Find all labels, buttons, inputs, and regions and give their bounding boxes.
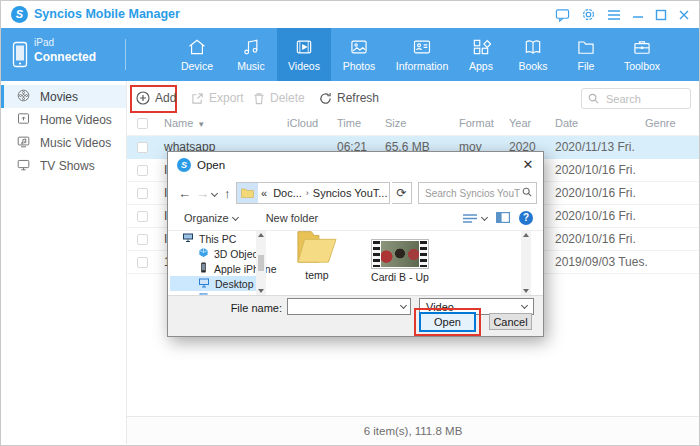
preview-pane-icon[interactable] [496,212,510,225]
sidebar-item-home-videos[interactable]: Home Videos [1,108,126,131]
open-button[interactable]: Open [420,313,475,331]
row-checkbox[interactable] [137,188,148,199]
tree-item-this-pc[interactable]: This PC [170,231,256,246]
pc-icon [182,232,194,245]
row-checkbox[interactable] [137,211,148,222]
cell-date: 2020/10/16 Fri. [549,163,639,177]
tab-label: Device [181,60,213,72]
phone-icon [198,262,209,275]
row-checkbox[interactable] [137,257,148,268]
cube-icon [198,247,209,260]
tab-device[interactable]: Device [169,28,225,81]
row-checkbox[interactable] [137,165,148,176]
tab-music[interactable]: Music [225,28,277,81]
column-date[interactable]: Date [549,117,639,129]
file-item-video[interactable]: Cardi B - Up [355,239,445,283]
file-name-combo [287,298,411,315]
refresh-button[interactable]: Refresh [319,91,379,105]
app-window: S Syncios Mobile Manager iPad Connected … [0,0,700,446]
forward-arrow-icon[interactable]: → [196,182,209,204]
sidebar-item-tv-shows[interactable]: TV Shows [1,154,126,177]
delete-button[interactable]: Delete [253,91,305,105]
history-chevron-icon[interactable] [212,182,217,204]
tab-information[interactable]: Information [387,28,457,81]
file-label: Cardi B - Up [371,271,429,283]
file-type-dropdown-icon [521,302,528,309]
dialog-body: This PC3D ObjectsApple iPhoneDesktopDocu… [168,231,543,295]
organize-button[interactable]: Organize [184,212,238,224]
minimize-icon[interactable] [632,9,644,21]
close-icon[interactable] [678,9,690,21]
tab-label: Books [518,60,547,72]
tab-photos[interactable]: Photos [331,28,387,81]
tree-item-apple-iphone[interactable]: Apple iPhone [170,261,256,276]
help-icon[interactable]: ? [519,211,533,225]
column-genre[interactable]: Genre [639,117,699,129]
status-bar: 6 item(s), 111.8 MB [127,416,699,444]
music-videos-icon [16,134,31,152]
file-name-input[interactable] [292,300,401,314]
tree-item-desktop[interactable]: Desktop [170,276,256,291]
scroll-up-icon[interactable] [258,233,264,237]
scroll-down-icon[interactable] [258,289,264,293]
tab-apps[interactable]: Apps [457,28,505,81]
tree-scrollbar[interactable] [256,231,266,295]
file-item-folder[interactable]: temp [282,231,352,281]
view-dropdown-icon [481,213,488,220]
row-checkbox[interactable] [137,234,148,245]
up-arrow-icon[interactable]: ↑ [224,182,231,204]
tab-videos[interactable]: Videos [277,28,331,81]
column-size[interactable]: Size [379,117,453,129]
column-name[interactable]: Name▼ [158,117,281,129]
tab-books[interactable]: Books [505,28,561,81]
breadcrumb-overflow[interactable]: « [258,187,270,199]
device-name: iPad [34,37,54,48]
file-list: tempCardi B - Up [270,231,519,295]
cell-date: 2019/09/03 Tues. [549,255,639,269]
search-icon [588,90,599,108]
file-icon [576,37,596,57]
tree-item-3d-objects[interactable]: 3D Objects [170,246,256,261]
export-button[interactable]: Export [191,91,244,105]
photos-icon [349,37,369,57]
tab-file[interactable]: File [561,28,611,81]
dialog-search-input[interactable] [423,187,522,200]
column-year[interactable]: Year [503,117,549,129]
column-icloud[interactable]: iCloud [281,117,331,129]
address-folder-icon [237,183,258,203]
column-time[interactable]: Time [331,117,379,129]
tab-toolbox[interactable]: Toolbox [611,28,673,81]
select-all-checkbox[interactable] [137,118,148,129]
scroll-down-icon[interactable] [523,289,529,293]
address-bar[interactable]: « Doc... › Syncios YouT... [236,182,390,204]
cell-date: 2020/10/16 Fri. [549,232,639,246]
back-arrow-icon[interactable]: ← [178,182,191,204]
sidebar-item-music-videos[interactable]: Music Videos [1,131,126,154]
scrollbar-thumb[interactable] [258,255,264,271]
tree-item-label: Desktop [215,278,254,290]
menu-icon[interactable] [607,9,621,21]
row-checkbox[interactable] [137,142,148,153]
device-status: Connected [34,50,96,64]
cancel-button[interactable]: Cancel [489,313,532,330]
nav-divider [125,39,126,70]
search-input[interactable] [604,92,674,106]
sidebar-item-label: Music Videos [40,136,111,150]
breadcrumb-current-folder[interactable]: Syncios YouT... [310,187,390,199]
feedback-icon[interactable] [555,8,570,22]
column-format[interactable]: Format [453,117,503,129]
address-refresh-icon[interactable]: ⟳ [392,182,412,204]
file-name-label: File name: [168,302,282,314]
file-name-dropdown-icon[interactable] [400,302,407,309]
maximize-icon[interactable] [655,9,667,21]
dialog-close-icon[interactable]: ✕ [513,152,543,176]
change-view-button[interactable] [462,213,487,224]
scroll-up-icon[interactable] [523,233,529,237]
sidebar-item-movies[interactable]: Movies [1,85,126,108]
breadcrumb-documents[interactable]: Doc... [270,187,305,199]
dialog-footer: File name: Video Open Cancel [168,295,543,336]
new-folder-button[interactable]: New folder [266,212,319,224]
files-scrollbar[interactable] [521,231,531,295]
add-button[interactable]: Add [136,91,176,105]
settings-gear-icon[interactable] [581,7,596,22]
